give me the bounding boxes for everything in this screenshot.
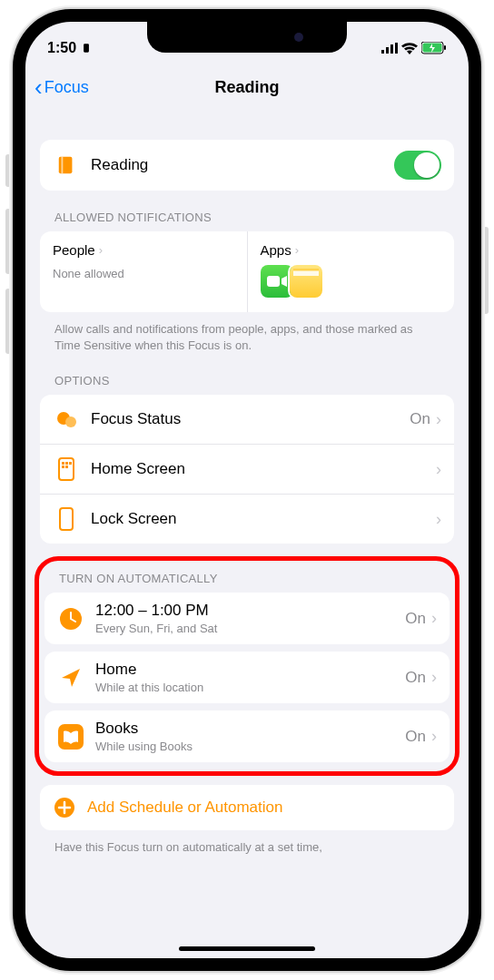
focus-toggle-row: Reading — [40, 140, 454, 191]
notch — [147, 22, 347, 53]
svg-rect-15 — [59, 458, 74, 480]
options-card: Focus Status On › Home Screen › Lock Scr… — [40, 395, 454, 544]
chevron-right-icon: › — [295, 243, 299, 257]
lock-screen-label: Lock Screen — [91, 510, 436, 528]
svg-rect-9 — [62, 157, 64, 173]
chevron-right-icon: › — [431, 727, 437, 746]
svg-rect-2 — [386, 47, 389, 54]
notifications-card: People › None allowed Apps › — [40, 231, 454, 312]
automation-app-sub: While using Books — [95, 740, 405, 753]
svg-rect-7 — [444, 45, 446, 50]
svg-rect-17 — [65, 462, 68, 465]
options-header: OPTIONS — [40, 354, 454, 395]
svg-rect-16 — [62, 462, 64, 465]
notes-app-icon — [290, 265, 322, 298]
books-app-icon — [57, 723, 84, 750]
add-automation-button[interactable]: Add Schedule or Automation — [40, 785, 454, 830]
home-screen-row[interactable]: Home Screen › — [40, 444, 454, 494]
chevron-right-icon: › — [99, 243, 103, 257]
battery-icon — [421, 42, 447, 54]
automation-time-value: On — [405, 610, 426, 628]
nav-bar: ‹ Focus Reading — [25, 62, 469, 113]
svg-rect-18 — [69, 462, 72, 465]
automation-time-sub: Every Sun, Fri, and Sat — [95, 622, 405, 635]
chevron-right-icon: › — [431, 609, 437, 628]
notifications-header: ALLOWED NOTIFICATIONS — [40, 191, 454, 231]
people-label: People — [53, 242, 95, 258]
people-sub: None allowed — [53, 267, 234, 280]
svg-rect-3 — [390, 44, 393, 54]
chevron-right-icon: › — [436, 460, 441, 479]
svg-point-14 — [65, 416, 76, 427]
chevron-right-icon: › — [436, 410, 441, 429]
focus-status-row[interactable]: Focus Status On › — [40, 395, 454, 444]
automation-highlight: TURN ON AUTOMATICALLY 12:00 – 1:00 PM Ev… — [35, 556, 459, 776]
focus-status-icon — [53, 406, 80, 433]
automation-header: TURN ON AUTOMATICALLY — [44, 564, 450, 593]
wifi-icon — [401, 43, 418, 54]
focus-name: Reading — [91, 156, 394, 174]
svg-rect-10 — [267, 276, 280, 287]
automation-time-row[interactable]: 12:00 – 1:00 PM Every Sun, Fri, and Sat … — [44, 593, 450, 644]
allowed-apps-icons — [261, 265, 442, 298]
automation-app-value: On — [405, 728, 426, 746]
book-icon — [53, 152, 80, 179]
home-indicator[interactable] — [179, 946, 315, 951]
phone-frame: 1:50 ‹ Focus Rea — [13, 9, 481, 971]
focus-toggle-card: Reading — [40, 140, 454, 191]
mute-switch[interactable] — [5, 154, 11, 187]
home-screen-label: Home Screen — [91, 460, 436, 478]
focus-status-value: On — [410, 410, 430, 428]
svg-rect-19 — [62, 466, 64, 468]
plus-circle-icon — [53, 796, 76, 819]
svg-rect-4 — [395, 43, 398, 54]
svg-rect-1 — [381, 50, 384, 54]
screen: 1:50 ‹ Focus Rea — [25, 22, 469, 958]
automation-footer: Have this Focus turn on automatically at… — [40, 830, 454, 856]
notifications-footer: Allow calls and notifications from peopl… — [40, 312, 454, 354]
svg-rect-8 — [59, 157, 73, 173]
status-time: 1:50 — [47, 40, 76, 56]
volume-down[interactable] — [5, 289, 11, 354]
home-screen-icon — [53, 456, 80, 483]
chevron-right-icon: › — [431, 668, 437, 687]
volume-up[interactable] — [5, 209, 11, 274]
svg-rect-21 — [60, 508, 73, 530]
svg-rect-20 — [65, 466, 68, 468]
cellular-icon — [381, 43, 398, 54]
side-button[interactable] — [483, 227, 489, 314]
location-icon — [57, 664, 84, 691]
apps-allowed[interactable]: Apps › — [247, 231, 455, 312]
svg-rect-0 — [84, 44, 89, 52]
people-allowed[interactable]: People › None allowed — [40, 231, 247, 312]
page-title: Reading — [25, 78, 469, 97]
automation-location-sub: While at this location — [95, 681, 405, 694]
add-automation-card: Add Schedule or Automation — [40, 785, 454, 830]
apps-label: Apps — [261, 242, 291, 258]
automation-app-title: Books — [95, 720, 405, 738]
lock-screen-icon — [53, 505, 80, 533]
automation-location-row[interactable]: Home While at this location On › — [44, 652, 450, 703]
lock-screen-row[interactable]: Lock Screen › — [40, 494, 454, 544]
automation-app-row[interactable]: Books While using Books On › — [44, 710, 450, 762]
focus-status-label: Focus Status — [91, 410, 410, 428]
clock-icon — [57, 605, 84, 632]
svg-rect-12 — [293, 269, 319, 271]
rotation-lock-icon — [80, 42, 93, 54]
content: Reading ALLOWED NOTIFICATIONS People › N… — [25, 140, 469, 857]
automation-location-value: On — [405, 669, 426, 687]
chevron-right-icon: › — [436, 510, 441, 529]
facetime-app-icon — [261, 265, 293, 298]
focus-toggle[interactable] — [394, 151, 441, 180]
automation-location-title: Home — [95, 661, 405, 679]
automation-time-title: 12:00 – 1:00 PM — [95, 602, 405, 620]
add-automation-label: Add Schedule or Automation — [87, 799, 441, 817]
